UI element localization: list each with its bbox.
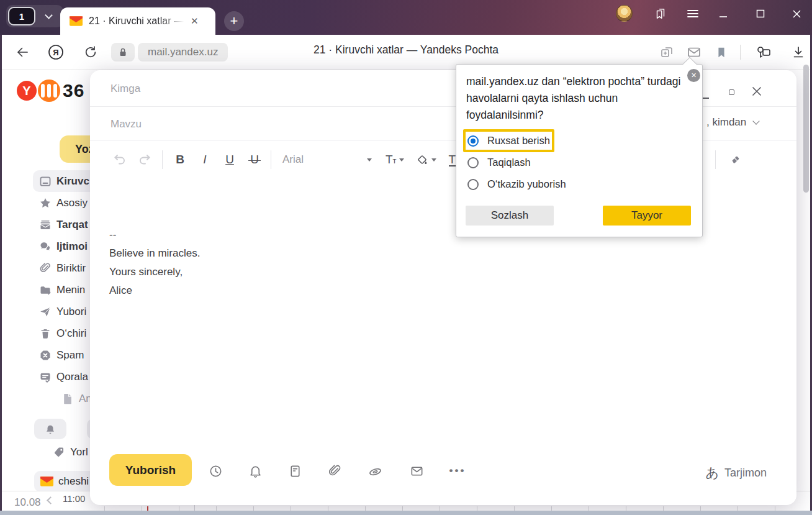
sent-icon xyxy=(39,306,52,318)
star-icon xyxy=(39,197,52,209)
chevron-down-icon xyxy=(431,158,436,162)
tab-counter-badge[interactable]: 1 xyxy=(8,7,35,25)
radio-icon[interactable] xyxy=(467,157,479,168)
close-icon xyxy=(751,85,763,98)
option-allow[interactable]: Ruxsat berish xyxy=(467,135,550,147)
option-skip[interactable]: O‘tkazib yuborish xyxy=(467,178,566,190)
bell-outline-icon xyxy=(248,464,263,478)
attach-file-button[interactable] xyxy=(327,463,343,479)
tab-close-icon[interactable]: ✕ xyxy=(191,16,199,27)
send-button[interactable]: Yuborish xyxy=(109,454,192,486)
logo-suffix: 36 xyxy=(63,80,84,101)
split-view-button[interactable] xyxy=(657,43,676,61)
redo-icon xyxy=(137,152,152,167)
new-tab-button[interactable]: + xyxy=(224,11,244,31)
option-block[interactable]: Taqiqlash xyxy=(467,157,531,168)
settings-button[interactable]: Sozlash xyxy=(466,206,554,226)
radio-selected-icon[interactable] xyxy=(467,135,479,147)
window-minimize-button[interactable] xyxy=(714,5,733,22)
chevron-down-icon xyxy=(45,11,53,19)
ellipsis-icon: ••• xyxy=(449,465,466,477)
attach-from-disk-button[interactable] xyxy=(367,463,383,479)
compose-close-button[interactable] xyxy=(751,85,763,98)
window-frame-bottom xyxy=(0,511,812,515)
compose-collapse-button[interactable] xyxy=(729,89,734,95)
signature-line: Alice xyxy=(109,281,668,300)
to-field[interactable] xyxy=(111,76,433,101)
timeline-time: 11:00 xyxy=(63,493,85,504)
undo-button[interactable] xyxy=(107,152,132,167)
key-card-icon xyxy=(756,44,772,60)
attachments-icon xyxy=(39,262,52,275)
logo-y-circle: Y xyxy=(17,81,37,101)
browser-menu-button[interactable] xyxy=(684,5,701,22)
inbox-icon xyxy=(39,175,52,188)
my-folders-icon xyxy=(39,284,52,296)
address-bar-divider xyxy=(740,45,741,60)
font-size-button[interactable]: Tт xyxy=(386,153,397,166)
remove-formatting-button[interactable] xyxy=(724,153,747,166)
bold-button[interactable]: B xyxy=(168,153,192,166)
yandex-mail-icon xyxy=(40,476,53,486)
font-family-select[interactable]: Arial xyxy=(282,153,376,166)
timeline-date: 10.08 xyxy=(14,496,41,509)
fill-color-button[interactable] xyxy=(415,153,429,166)
notifications-button[interactable] xyxy=(34,419,66,439)
radio-icon[interactable] xyxy=(467,179,479,190)
eraser-icon xyxy=(729,153,742,166)
tag-icon xyxy=(53,446,65,458)
signature-line: Believe in miracles. xyxy=(109,244,668,263)
underline-button[interactable]: U xyxy=(217,153,242,166)
logo-o-circle xyxy=(38,80,60,102)
template-doc-icon xyxy=(288,464,302,478)
strikethrough-button[interactable]: U xyxy=(242,153,267,166)
chevron-left-icon[interactable] xyxy=(47,496,55,504)
schedule-send-button[interactable] xyxy=(207,463,223,479)
tab-counter-control[interactable]: 1 xyxy=(6,5,63,27)
signature-line: Yours sincerely, xyxy=(109,263,668,281)
minimize-icon xyxy=(719,9,728,18)
close-icon xyxy=(792,9,801,19)
subject-field[interactable] xyxy=(111,112,433,137)
file-icon xyxy=(61,393,74,405)
hamburger-icon xyxy=(687,9,699,19)
bookmark-button[interactable] xyxy=(712,43,731,61)
collections-button[interactable] xyxy=(652,5,669,22)
split-view-icon xyxy=(659,45,674,60)
clock-icon xyxy=(209,464,223,478)
attach-from-mail-button[interactable] xyxy=(408,463,425,479)
browser-titlebar: 1 21 · Kiruvchi xatlar — Ya ✕ + xyxy=(0,0,812,35)
page-scrollbar-thumb[interactable] xyxy=(803,65,809,193)
dialog-message: mail.yandex.uz dan “elektron pochta” tur… xyxy=(466,73,691,124)
window-close-button[interactable] xyxy=(787,5,806,22)
spam-icon xyxy=(39,349,52,362)
profile-avatar[interactable] xyxy=(616,5,633,22)
done-button[interactable]: Tayyor xyxy=(603,206,691,226)
templates-button[interactable] xyxy=(287,463,303,479)
drafts-icon xyxy=(39,371,52,383)
sidebar-item-labels[interactable]: Yorl xyxy=(53,446,88,458)
maximize-icon xyxy=(756,9,765,18)
protect-passwords-button[interactable] xyxy=(754,43,773,61)
compose-actions-bar: Yuborish xyxy=(90,450,796,490)
italic-button[interactable]: I xyxy=(192,153,217,166)
notify-button[interactable] xyxy=(247,463,263,479)
window-maximize-button[interactable] xyxy=(751,5,770,22)
yandex-mail-favicon xyxy=(70,16,83,26)
bookmark-icon xyxy=(715,45,728,59)
bookmarks-stack-icon xyxy=(654,7,667,21)
chevron-down-icon xyxy=(399,158,404,162)
fill-bucket-icon xyxy=(415,153,429,166)
from-selector[interactable]: , kimdan xyxy=(706,116,759,129)
newsletters-icon xyxy=(39,219,52,231)
more-actions-button[interactable]: ••• xyxy=(449,463,466,479)
trash-icon xyxy=(39,327,52,340)
redo-button[interactable] xyxy=(132,152,157,167)
downloads-button[interactable] xyxy=(789,43,808,61)
tab-kiruvchi-xatlar[interactable]: 21 · Kiruvchi xatlar — Ya ✕ xyxy=(60,7,215,35)
translator-button[interactable]: あ Tarjimon xyxy=(705,464,767,481)
text-color-button[interactable]: T xyxy=(449,153,456,166)
protocol-handler-dialog: ✕ mail.yandex.uz dan “elektron pochta” t… xyxy=(456,64,703,237)
browser-window: 1 21 · Kiruvchi xatlar — Ya ✕ + xyxy=(0,0,812,515)
social-icon xyxy=(39,240,52,253)
